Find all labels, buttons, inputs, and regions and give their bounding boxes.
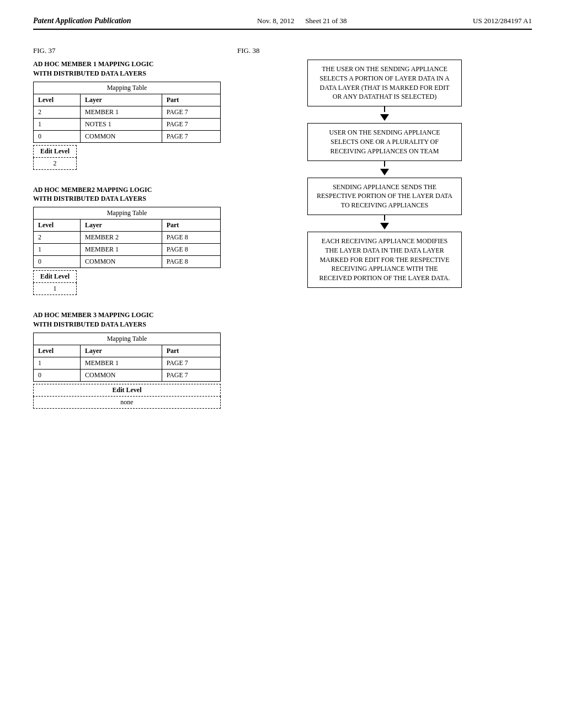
table-row: 0 COMMON PAGE 7 <box>34 130 221 142</box>
edit-level-value: none <box>34 396 221 408</box>
cell: 0 <box>34 256 81 268</box>
edit-level-value: 1 <box>34 283 77 295</box>
member3-caption: Mapping Table <box>33 333 221 345</box>
edit-level-header: Edit Level <box>34 384 221 396</box>
arrow-line-2 <box>384 161 385 167</box>
edit-level-header: Edit Level <box>34 271 77 283</box>
cell: COMMON <box>81 130 162 142</box>
table-row: 2 MEMBER 2 PAGE 8 <box>34 232 221 244</box>
member2-block: AD HOC MEMBER2 MAPPING LOGIC WITH DISTRI… <box>33 185 221 296</box>
sheet-info: Sheet 21 of 38 <box>305 17 347 25</box>
table-row: 1 MEMBER 1 PAGE 7 <box>34 357 221 369</box>
member3-edit-level: Edit Level none <box>33 384 221 409</box>
publication-date: Nov. 8, 2012 <box>257 17 294 25</box>
cell: COMMON <box>81 256 162 268</box>
col-layer-3: Layer <box>81 345 162 357</box>
col-layer-1: Layer <box>81 94 162 106</box>
cell: MEMBER 1 <box>81 357 162 369</box>
member1-block: AD HOC MEMBER 1 MAPPING LOGIC WITH DISTR… <box>33 60 221 170</box>
flow-box-1: THE USER ON THE SENDING APPLIANCE SELECT… <box>307 60 462 106</box>
header-center: Nov. 8, 2012 Sheet 21 of 38 <box>257 17 347 25</box>
cell: 0 <box>34 130 81 142</box>
cell: PAGE 8 <box>162 256 220 268</box>
member2-caption: Mapping Table <box>33 207 221 219</box>
flow-box-4: EACH RECEIVING APPLIANCE MODIFIES THE LA… <box>307 232 462 288</box>
arrow-line-1 <box>384 106 385 112</box>
cell: 2 <box>34 232 81 244</box>
col-level-2: Level <box>34 220 81 232</box>
edit-level-value: 2 <box>34 157 77 169</box>
cell: PAGE 7 <box>162 118 220 130</box>
flow-box-3: SENDING APPLIANCE SENDS THE RESPECTIVE P… <box>307 178 462 215</box>
member2-title: AD HOC MEMBER2 MAPPING LOGIC WITH DISTRI… <box>33 185 221 204</box>
arrow-line-3 <box>384 215 385 221</box>
col-part-3: Part <box>162 345 220 357</box>
member3-table: Mapping Table Level Layer Part 1 MEMBER … <box>33 333 221 382</box>
col-part-2: Part <box>162 220 220 232</box>
cell: 1 <box>34 357 81 369</box>
page: Patent Application Publication Nov. 8, 2… <box>0 0 565 728</box>
publication-label: Patent Application Publication <box>33 17 131 25</box>
cell: PAGE 7 <box>162 357 220 369</box>
page-header: Patent Application Publication Nov. 8, 2… <box>33 17 532 30</box>
cell: PAGE 8 <box>162 244 220 256</box>
arrow-1 <box>380 114 389 121</box>
member3-title: AD HOC MEMBER 3 MAPPING LOGIC WITH DISTR… <box>33 311 221 329</box>
arrow-2 <box>380 169 389 175</box>
cell: 1 <box>34 118 81 130</box>
member3-block: AD HOC MEMBER 3 MAPPING LOGIC WITH DISTR… <box>33 311 221 409</box>
cell: MEMBER 1 <box>81 106 162 118</box>
arrow-3 <box>380 223 389 229</box>
table-row: 1 MEMBER 1 PAGE 8 <box>34 244 221 256</box>
cell: PAGE 7 <box>162 106 220 118</box>
fig37-label: FIG. 37 <box>33 46 221 55</box>
patent-number: US 2012/284197 A1 <box>473 17 532 25</box>
cell: 2 <box>34 106 81 118</box>
col-part-1: Part <box>162 94 220 106</box>
cell: MEMBER 2 <box>81 232 162 244</box>
member1-title: AD HOC MEMBER 1 MAPPING LOGIC WITH DISTR… <box>33 60 221 78</box>
table-row: 2 MEMBER 1 PAGE 7 <box>34 106 221 118</box>
table-row: 0 COMMON PAGE 8 <box>34 256 221 268</box>
member2-table: Mapping Table Level Layer Part 2 MEMBER … <box>33 207 221 268</box>
cell: 1 <box>34 244 81 256</box>
cell: COMMON <box>81 369 162 381</box>
col-level-3: Level <box>34 345 81 357</box>
cell: 0 <box>34 369 81 381</box>
member1-caption: Mapping Table <box>33 82 221 94</box>
main-content: FIG. 37 AD HOC MEMBER 1 MAPPING LOGIC WI… <box>33 46 532 424</box>
col-layer-2: Layer <box>81 220 162 232</box>
cell: NOTES 1 <box>81 118 162 130</box>
cell: PAGE 7 <box>162 369 220 381</box>
member2-edit-level: Edit Level 1 <box>33 270 77 295</box>
fig38-label: FIG. 38 <box>237 46 532 55</box>
fig38-section: FIG. 38 THE USER ON THE SENDING APPLIANC… <box>237 46 532 424</box>
edit-level-header: Edit Level <box>34 145 77 157</box>
table-row: 1 NOTES 1 PAGE 7 <box>34 118 221 130</box>
flow-box-2: USER ON THE SENDING APPLIANCE SELECTS ON… <box>307 123 462 160</box>
col-level-1: Level <box>34 94 81 106</box>
cell: PAGE 7 <box>162 130 220 142</box>
cell: MEMBER 1 <box>81 244 162 256</box>
cell: PAGE 8 <box>162 232 220 244</box>
fig37-section: FIG. 37 AD HOC MEMBER 1 MAPPING LOGIC WI… <box>33 46 221 424</box>
member1-table: Mapping Table Level Layer Part 2 MEMBER … <box>33 82 221 143</box>
table-row: 0 COMMON PAGE 7 <box>34 369 221 381</box>
flowchart: THE USER ON THE SENDING APPLIANCE SELECT… <box>237 60 532 288</box>
member1-edit-level: Edit Level 2 <box>33 145 77 170</box>
